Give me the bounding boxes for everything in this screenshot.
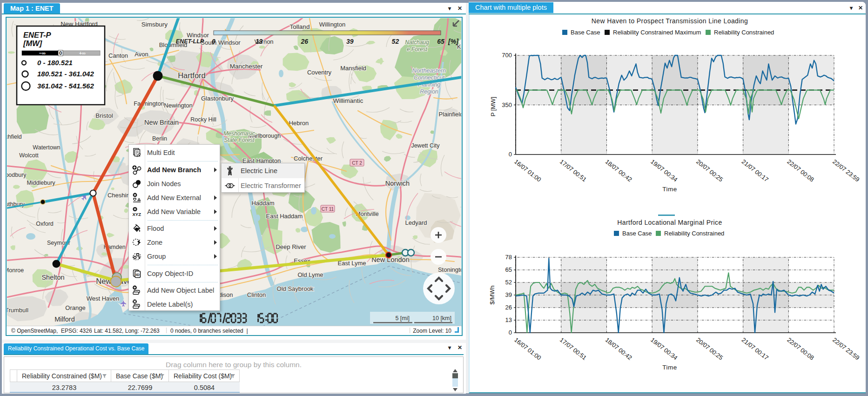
svg-text:0: 0: [509, 329, 512, 336]
svg-text:Jewett City: Jewett City: [411, 142, 440, 149]
svg-text:22/07 00:08: 22/07 00:08: [786, 158, 815, 183]
svg-text:Colchester: Colchester: [294, 155, 323, 162]
svg-text:Avon: Avon: [135, 51, 148, 58]
svg-text:17/07 00:51: 17/07 00:51: [558, 336, 588, 362]
svg-text:Watertown: Watertown: [33, 144, 60, 151]
svg-text:Meshomasic: Meshomasic: [223, 130, 255, 137]
svg-text:Manchester: Manchester: [230, 63, 263, 70]
svg-text:Base Case: Base Case: [622, 230, 652, 237]
svg-text:39: 39: [346, 38, 354, 45]
svg-text:Hartford: Hartford: [178, 71, 206, 80]
svg-text:Oxford: Oxford: [36, 221, 54, 227]
svg-text:Natchaug: Natchaug: [405, 39, 429, 46]
svg-text:0: 0: [212, 38, 215, 45]
svg-text:20/07 00:25: 20/07 00:25: [695, 336, 724, 362]
svg-text:Time: Time: [662, 186, 677, 193]
svg-text:350: 350: [502, 101, 512, 108]
svg-text:17/07 00:51: 17/07 00:51: [558, 158, 588, 183]
svg-text:65: 65: [437, 38, 444, 45]
svg-text:Litchfield: Litchfield: [7, 134, 22, 140]
svg-text:13: 13: [256, 38, 263, 45]
svg-text:65: 65: [505, 266, 512, 273]
svg-text:21/07 00:17: 21/07 00:17: [740, 336, 770, 362]
svg-text:78: 78: [505, 254, 512, 261]
svg-text:52: 52: [505, 279, 512, 286]
svg-text:26: 26: [505, 304, 512, 311]
svg-text:Old Saybrook: Old Saybrook: [277, 285, 314, 292]
svg-text:Haddam: Haddam: [251, 200, 274, 207]
svg-text:16/07 01:00: 16/07 01:00: [513, 158, 542, 183]
svg-text:Reliability Constrained: Reliability Constrained: [714, 29, 774, 36]
svg-text:Shelton: Shelton: [41, 274, 64, 281]
svg-text:P [MW]: P [MW]: [490, 97, 497, 116]
svg-text:$/MWh: $/MWh: [489, 285, 496, 304]
svg-text:oodbury: oodbury: [7, 172, 27, 178]
svg-text:Glastonbury: Glastonbury: [201, 95, 234, 102]
svg-text:CT 2: CT 2: [352, 161, 362, 166]
svg-text:Clinton: Clinton: [247, 291, 266, 298]
svg-text:0 - 180.521: 0 - 180.521: [37, 59, 73, 67]
svg-text:700: 700: [502, 52, 512, 59]
svg-text:−∞: −∞: [39, 50, 46, 56]
svg-text:[%]: [%]: [448, 38, 459, 45]
svg-text:West Haven: West Haven: [87, 295, 120, 302]
svg-text:Willimantic: Willimantic: [333, 97, 363, 104]
svg-text:ID: ID: [136, 272, 140, 276]
svg-text:Old Lyme: Old Lyme: [297, 271, 323, 278]
svg-text:Reliability Constrained Maximu: Reliability Constrained Maximum: [613, 29, 701, 36]
svg-text:Canton: Canton: [108, 52, 128, 59]
svg-text:21/07 00:17: 21/07 00:17: [740, 158, 770, 183]
svg-text:19/07 00:34: 19/07 00:34: [649, 158, 679, 183]
svg-text:180.521 - 361.042: 180.521 - 361.042: [37, 70, 94, 78]
svg-text:Hebron: Hebron: [289, 120, 309, 127]
svg-text:XYZ: XYZ: [133, 211, 141, 216]
svg-text:Plainfield: Plainfield: [439, 111, 462, 118]
svg-text:State Forest: State Forest: [224, 137, 255, 143]
svg-text:39: 39: [505, 291, 512, 298]
svg-text:New Britain: New Britain: [144, 119, 179, 126]
svg-text:Reliability Constrained: Reliability Constrained: [664, 230, 724, 237]
svg-text:Hartford Locational Marginal P: Hartford Locational Marginal Price: [617, 219, 722, 226]
svg-text:5 [mi]: 5 [mi]: [395, 315, 410, 322]
svg-text:Bristol: Bristol: [95, 112, 113, 119]
svg-text:Mansfield: Mansfield: [340, 65, 366, 72]
svg-text:Middlebury: Middlebury: [27, 180, 55, 186]
svg-text:e Forest: e Forest: [407, 46, 428, 53]
svg-text:16/07 01:00: 16/07 01:00: [513, 336, 542, 362]
svg-text:Coventry: Coventry: [307, 69, 332, 76]
svg-text:26: 26: [300, 38, 308, 45]
svg-text:22/07 23:59: 22/07 23:59: [831, 158, 861, 183]
svg-text:361.042 - 541.562: 361.042 - 541.562: [37, 82, 94, 90]
svg-text:ENET-P: ENET-P: [23, 31, 52, 39]
svg-text:Tolland: Tolland: [290, 23, 310, 30]
svg-text:Trumbull: Trumbull: [7, 307, 28, 314]
svg-text:Northeastern: Northeastern: [412, 67, 446, 74]
svg-text:Orange: Orange: [65, 304, 85, 311]
svg-text:52: 52: [392, 38, 399, 45]
svg-text:Windsor: Windsor: [187, 32, 209, 39]
svg-text:19/07 00:34: 19/07 00:34: [649, 336, 679, 362]
svg-text:10 [km]: 10 [km]: [432, 315, 451, 322]
svg-text:18/07 00:42: 18/07 00:42: [604, 336, 633, 362]
svg-text:Milford: Milford: [54, 315, 75, 323]
svg-text:Berlin: Berlin: [152, 135, 167, 142]
svg-text:ENET-LLP: ENET-LLP: [176, 38, 204, 45]
svg-text:0: 0: [509, 151, 512, 158]
svg-text:Simsbury: Simsbury: [141, 21, 168, 28]
svg-text:Wolcott: Wolcott: [19, 152, 39, 159]
svg-text:Monroe: Monroe: [7, 267, 24, 274]
svg-text:22/07 23:59: 22/07 23:59: [831, 336, 861, 362]
svg-text:0: 0: [59, 50, 62, 56]
svg-text:Norwich: Norwich: [385, 180, 410, 187]
svg-text:Base Case: Base Case: [571, 29, 600, 36]
svg-text:CT 11: CT 11: [322, 207, 334, 212]
svg-text:Rocky Hill: Rocky Hill: [190, 116, 216, 123]
svg-text:South Windsor: South Windsor: [201, 39, 241, 46]
svg-text:New Haven to Prospect Transmis: New Haven to Prospect Transmission Line …: [592, 17, 748, 25]
svg-text:East Haddam: East Haddam: [266, 213, 303, 220]
svg-text:Farmington: Farmington: [134, 100, 164, 107]
svg-text:18/07 00:42: 18/07 00:42: [604, 158, 633, 183]
svg-text:20/07 00:25: 20/07 00:25: [695, 158, 724, 183]
svg-text:13: 13: [505, 316, 512, 323]
svg-text:Newington: Newington: [164, 102, 192, 109]
